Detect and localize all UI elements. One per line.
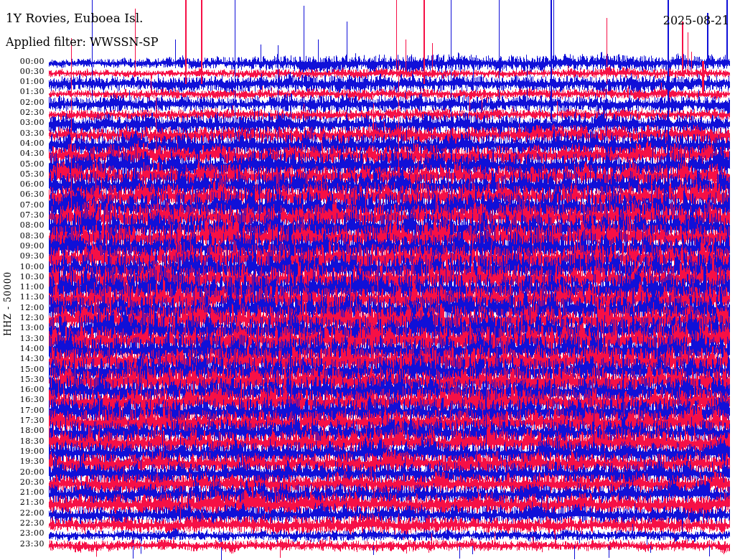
seismogram-canvas (0, 0, 735, 560)
time-label-12:30: 12:30 (0, 314, 45, 322)
time-label-06:00: 06:00 (0, 180, 45, 189)
time-label-16:30: 16:30 (0, 396, 45, 404)
time-label-23:00: 23:00 (0, 529, 45, 538)
time-label-09:30: 09:30 (0, 252, 45, 261)
time-label-03:00: 03:00 (0, 118, 45, 127)
time-label-11:00: 11:00 (0, 283, 45, 291)
date-label: 2025-08-21 (663, 14, 729, 27)
time-label-20:00: 20:00 (0, 468, 45, 477)
time-label-06:30: 06:30 (0, 190, 45, 199)
time-label-00:30: 00:30 (0, 67, 45, 76)
time-label-07:00: 07:00 (0, 201, 45, 210)
time-label-17:00: 17:00 (0, 406, 45, 415)
time-label-01:30: 01:30 (0, 88, 45, 96)
time-label-18:30: 18:30 (0, 437, 45, 446)
time-label-11:30: 11:30 (0, 293, 45, 302)
time-label-12:00: 12:00 (0, 304, 45, 312)
time-label-17:30: 17:30 (0, 416, 45, 425)
time-label-14:30: 14:30 (0, 355, 45, 363)
station-title: 1Y Rovies, Euboea Isl. (6, 11, 143, 25)
time-label-13:00: 13:00 (0, 324, 45, 332)
time-label-01:00: 01:00 (0, 78, 45, 86)
time-label-10:00: 10:00 (0, 263, 45, 271)
time-label-19:30: 19:30 (0, 457, 45, 466)
time-label-04:30: 04:30 (0, 149, 45, 158)
time-label-21:00: 21:00 (0, 488, 45, 497)
time-label-04:00: 04:00 (0, 139, 45, 148)
filter-label: Applied filter: WWSSN-SP (6, 35, 159, 49)
time-label-18:00: 18:00 (0, 426, 45, 435)
time-label-19:00: 19:00 (0, 447, 45, 456)
time-label-21:30: 21:30 (0, 498, 45, 507)
time-label-20:30: 20:30 (0, 478, 45, 487)
time-label-03:30: 03:30 (0, 129, 45, 138)
time-label-08:00: 08:00 (0, 221, 45, 230)
time-label-15:30: 15:30 (0, 375, 45, 384)
time-label-09:00: 09:00 (0, 242, 45, 251)
time-label-02:30: 02:30 (0, 108, 45, 117)
time-label-15:00: 15:00 (0, 365, 45, 374)
time-label-05:30: 05:30 (0, 170, 45, 179)
time-label-05:00: 05:00 (0, 160, 45, 169)
time-label-22:30: 22:30 (0, 519, 45, 528)
time-label-13:30: 13:30 (0, 335, 45, 343)
time-label-08:30: 08:30 (0, 232, 45, 241)
time-label-00:00: 00:00 (0, 57, 45, 66)
time-label-14:00: 14:00 (0, 345, 45, 353)
time-label-23:30: 23:30 (0, 540, 45, 549)
time-label-22:00: 22:00 (0, 509, 45, 518)
time-label-10:30: 10:30 (0, 273, 45, 281)
time-label-02:00: 02:00 (0, 98, 45, 107)
time-label-07:30: 07:30 (0, 211, 45, 220)
helicorder-page: 1Y Rovies, Euboea Isl. Applied filter: W… (0, 0, 735, 560)
time-label-16:00: 16:00 (0, 386, 45, 394)
